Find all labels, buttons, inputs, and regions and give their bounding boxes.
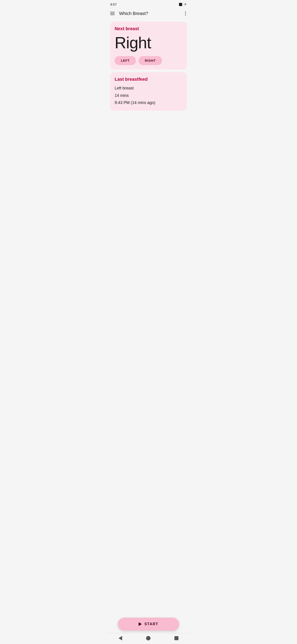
- app-bar-left: Which Breast?: [110, 11, 148, 16]
- next-breast-value: Right: [115, 34, 182, 52]
- last-breastfeed-card: Last breastfeed Left breast 14 mins 9:43…: [110, 72, 187, 111]
- status-bar: 9:57 ✈: [107, 0, 190, 8]
- last-feed-duration: 14 mins: [115, 92, 182, 99]
- left-breast-button[interactable]: LEFT: [115, 56, 136, 65]
- last-breastfeed-title: Last breastfeed: [115, 77, 182, 82]
- hamburger-line-1: [110, 12, 115, 12]
- hamburger-menu-icon[interactable]: [110, 12, 115, 15]
- main-content: Next breast Right LEFT RIGHT Last breast…: [107, 19, 190, 113]
- last-feed-side: Left breast: [115, 84, 182, 92]
- next-breast-card: Next breast Right LEFT RIGHT: [110, 22, 187, 70]
- more-options-icon[interactable]: [184, 10, 187, 16]
- next-breast-title: Next breast: [115, 26, 182, 31]
- app-bar: Which Breast?: [107, 8, 190, 19]
- status-time: 9:57: [110, 2, 117, 6]
- airplane-icon: ✈: [184, 2, 187, 6]
- app-title: Which Breast?: [119, 11, 148, 16]
- status-icons: ✈: [179, 2, 187, 6]
- hamburger-line-3: [110, 14, 115, 15]
- last-feed-time: 9:43 PM (14 mins ago): [115, 99, 182, 106]
- camera-notch-icon: [179, 3, 182, 6]
- right-breast-button[interactable]: RIGHT: [139, 56, 162, 65]
- breast-buttons: LEFT RIGHT: [115, 56, 182, 65]
- hamburger-line-2: [110, 13, 115, 14]
